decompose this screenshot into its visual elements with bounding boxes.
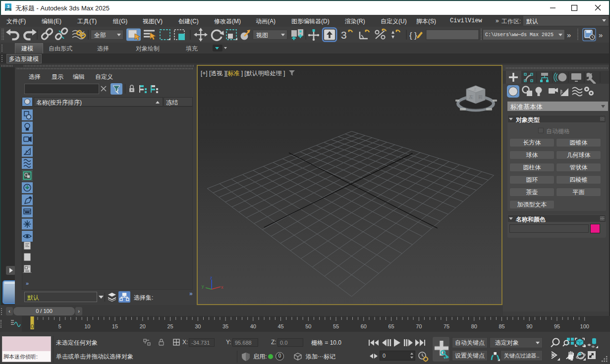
svg-text:60: 60 xyxy=(361,323,367,329)
svg-text:70: 70 xyxy=(416,323,422,329)
svg-text:40: 40 xyxy=(250,323,256,329)
svg-text:上: 上 xyxy=(473,88,477,91)
svg-text:100: 100 xyxy=(580,323,589,329)
svg-text:MAX: MAX xyxy=(6,9,10,11)
svg-text:3: 3 xyxy=(7,4,9,9)
svg-text:»: » xyxy=(567,31,571,39)
svg-text:50: 50 xyxy=(305,323,311,329)
svg-text:y: y xyxy=(202,284,204,289)
svg-text:90: 90 xyxy=(526,323,532,329)
svg-text:左: 左 xyxy=(469,95,473,100)
svg-text:95: 95 xyxy=(554,323,560,329)
svg-text:45: 45 xyxy=(277,323,283,329)
svg-text:3: 3 xyxy=(341,29,347,41)
svg-text:{: { xyxy=(409,31,412,40)
svg-text:55: 55 xyxy=(333,323,339,329)
svg-text:65: 65 xyxy=(388,323,394,329)
svg-text:15: 15 xyxy=(112,323,118,329)
svg-text:}: } xyxy=(414,31,417,40)
svg-text:25: 25 xyxy=(167,323,173,329)
svg-text:z: z xyxy=(210,276,213,280)
svg-text:5: 5 xyxy=(58,323,61,329)
svg-text:30: 30 xyxy=(195,323,201,329)
svg-text:75: 75 xyxy=(444,323,449,329)
svg-text:x: x xyxy=(221,285,223,290)
svg-text:85: 85 xyxy=(499,323,504,329)
svg-text:20: 20 xyxy=(140,323,146,329)
svg-text:10: 10 xyxy=(84,323,90,329)
svg-text:前: 前 xyxy=(478,95,483,100)
svg-text:»: » xyxy=(599,31,603,39)
svg-text:0: 0 xyxy=(31,323,34,329)
svg-text:35: 35 xyxy=(222,323,228,329)
svg-text:80: 80 xyxy=(471,323,477,329)
